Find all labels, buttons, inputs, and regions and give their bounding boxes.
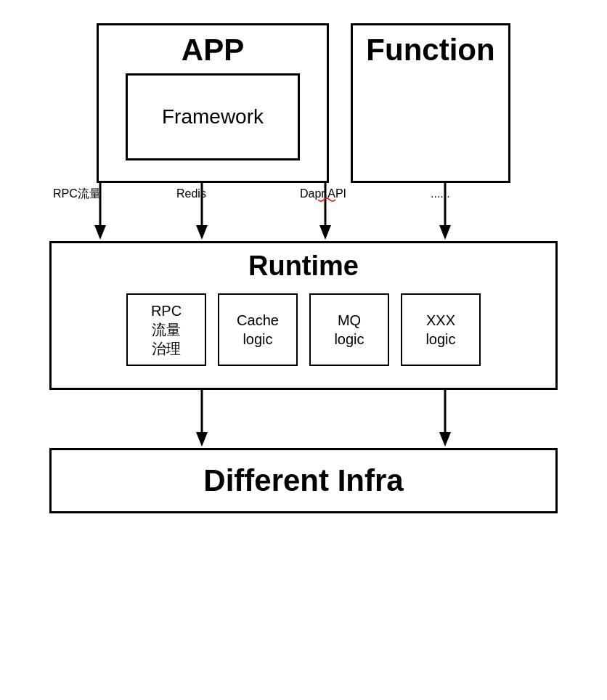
runtime-inner-row: RPC流量治理 Cachelogic MQlogic XXXlogic [126, 293, 481, 366]
svg-text:RPC流量: RPC流量 [53, 187, 101, 200]
inner-box-mq-label: MQlogic [334, 311, 364, 349]
inner-box-rpc: RPC流量治理 [126, 293, 206, 366]
inner-box-xxx: XXXlogic [401, 293, 481, 366]
arrows-to-infra [49, 390, 558, 448]
inner-box-cache: Cachelogic [218, 293, 298, 366]
infra-box: Different Infra [49, 448, 558, 513]
svg-marker-7 [319, 225, 331, 240]
svg-marker-13 [196, 432, 208, 447]
svg-text:Redis: Redis [176, 187, 206, 200]
bottom-arrows-svg [49, 390, 558, 448]
svg-marker-1 [94, 225, 106, 240]
svg-text:Dapr API: Dapr API [300, 187, 346, 200]
top-row: APP Framework Function [20, 23, 587, 183]
svg-text:......: ...... [431, 187, 450, 200]
inner-box-cache-label: Cachelogic [237, 311, 279, 349]
top-arrows-svg: RPC流量 Redis Dapr API ...... [49, 183, 558, 241]
architecture-diagram: APP Framework Function RPC流量 Redis Dapr … [20, 16, 587, 684]
svg-marker-15 [439, 432, 451, 447]
app-label: APP [182, 33, 244, 68]
app-box: APP Framework [97, 23, 329, 183]
runtime-box: Runtime RPC流量治理 Cachelogic MQlogic XXXlo… [49, 241, 558, 390]
framework-box: Framework [126, 73, 300, 160]
inner-box-mq: MQlogic [309, 293, 389, 366]
svg-marker-10 [439, 225, 451, 240]
function-label: Function [366, 33, 494, 68]
svg-marker-4 [196, 225, 208, 240]
inner-box-rpc-label: RPC流量治理 [151, 301, 182, 358]
infra-label: Different Infra [203, 463, 403, 498]
runtime-label: Runtime [248, 251, 359, 282]
framework-label: Framework [162, 105, 264, 129]
inner-box-xxx-label: XXXlogic [425, 311, 455, 349]
function-box: Function [351, 23, 510, 183]
arrows-from-top: RPC流量 Redis Dapr API ...... [49, 183, 558, 241]
